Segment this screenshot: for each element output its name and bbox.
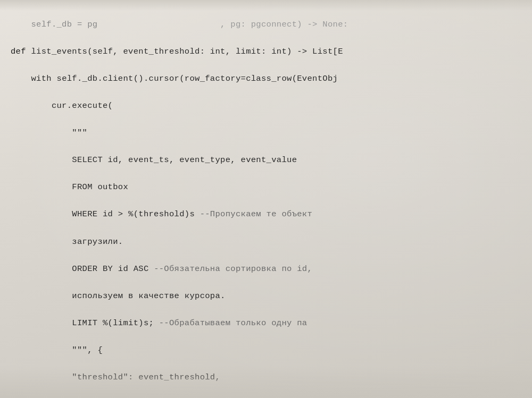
line-9: загрузили. [11,235,521,249]
line-3: with self._db.client().cursor(row_factor… [11,72,521,86]
line-8: WHERE id > %(threshold)s --Пропускаем те… [11,208,521,222]
line-11: используем в качестве курсора. [11,290,521,303]
line-10: ORDER BY id ASC --Обязательна сортировка… [11,262,521,276]
line-5: """ [11,126,521,140]
line-14: "threshold": event_threshold, [11,371,521,385]
line-12: LIMIT %(limit)s; --Обрабатываем только о… [11,317,521,331]
line-2: def list_events(self, event_threshold: i… [11,45,521,59]
line-1: self._db = pg , pg: pgconnect) -> None: [11,18,521,32]
code-screenshot: self._db = pg , pg: pgconnect) -> None: … [0,0,532,398]
line-7: FROM outbox [11,181,521,194]
line-13: """, { [11,344,521,358]
code-block: self._db = pg , pg: pgconnect) -> None: … [0,0,532,398]
line-6: SELECT id, event_ts, event_type, event_v… [11,154,521,167]
line-4: cur.execute( [11,99,521,113]
